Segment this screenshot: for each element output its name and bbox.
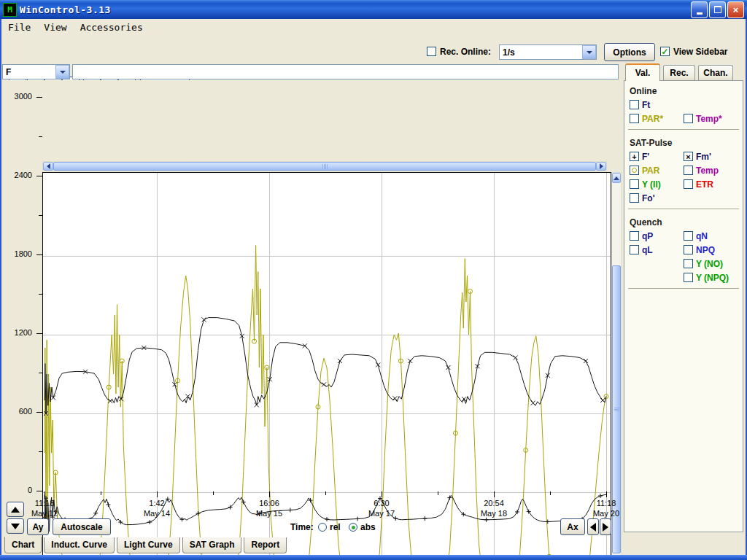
- window-border-left: [0, 19, 1, 555]
- x-scroll-right-button[interactable]: [600, 518, 611, 535]
- y-scroll-up-button[interactable]: [7, 502, 24, 517]
- interval-value: 1/s: [500, 47, 582, 58]
- chart-area: 06001200180024003000 11:18May 121:42May …: [0, 80, 624, 537]
- autoscale-button-label: Autoscale: [61, 522, 102, 532]
- temp-checkbox[interactable]: [684, 114, 693, 123]
- interval-combobox[interactable]: 1/s: [499, 44, 597, 60]
- tab-report[interactable]: Report: [244, 537, 287, 553]
- tab-light-curve[interactable]: Light Curve: [117, 537, 180, 553]
- window-title: WinControl-3.13: [20, 4, 111, 15]
- par-checkbox[interactable]: [630, 166, 639, 175]
- etr-checkbox[interactable]: [684, 179, 693, 189]
- time-abs-radio[interactable]: [349, 523, 357, 532]
- fo-checkbox[interactable]: [630, 193, 639, 203]
- x-tick-time-label: 11:18: [584, 499, 628, 508]
- yii-checkbox[interactable]: [630, 179, 639, 189]
- x-tick-date-label: May 15: [247, 509, 291, 518]
- up-arrow-icon: [11, 507, 20, 513]
- npq-checkbox[interactable]: [684, 245, 693, 254]
- npq-label: NPQ: [696, 245, 715, 255]
- menu-file[interactable]: File: [1, 20, 37, 34]
- y-tick-label: 3000: [0, 92, 32, 101]
- y-axis: 06001200180024003000: [0, 92, 42, 491]
- checkmark-icon: ✓: [661, 48, 668, 55]
- restore-icon: [714, 6, 721, 13]
- yno-label: Y (NO): [696, 259, 723, 269]
- interval-dropdown-arrow-icon[interactable]: [582, 45, 596, 59]
- par-label: PAR: [642, 166, 659, 176]
- hscroll-thumb[interactable]: [53, 162, 596, 171]
- close-button[interactable]: ×: [727, 1, 744, 18]
- app-icon: M: [3, 3, 17, 17]
- yii-label: Y (II): [642, 179, 661, 190]
- restore-button[interactable]: [709, 1, 726, 18]
- menubar: FileViewAccessories: [1, 19, 746, 36]
- f-label: F': [642, 152, 649, 162]
- tab-sat-graph[interactable]: SAT Graph: [182, 537, 242, 553]
- ql-label: qL: [642, 245, 653, 255]
- record-title-field[interactable]: [72, 64, 619, 79]
- x-axis: 11:18May 121:42May 1416:06May 156:30May …: [42, 491, 619, 526]
- ql-checkbox[interactable]: [630, 245, 639, 254]
- channel-dropdown-arrow-icon[interactable]: [55, 65, 69, 79]
- par-checkbox[interactable]: [630, 114, 639, 123]
- scroll-right-icon: [600, 163, 603, 169]
- sidebar-panel: OnlineFtPAR*Temp*SAT-Pulse+F'×Fm'PARTemp…: [624, 80, 743, 532]
- tab-chart[interactable]: Chart: [4, 537, 42, 553]
- chart-hscrollbar[interactable]: [42, 161, 607, 171]
- qn-label: qN: [696, 231, 708, 241]
- taskbar-edge: [0, 555, 747, 560]
- f-checkbox[interactable]: +: [630, 152, 639, 161]
- sidebar-tab-val[interactable]: Val.: [625, 63, 660, 81]
- hscroll-right-button[interactable]: [596, 162, 606, 171]
- time-abs-label: abs: [360, 522, 376, 532]
- down-arrow-icon: [11, 524, 20, 529]
- scroll-up-icon: [614, 176, 619, 180]
- ynpq-checkbox[interactable]: [684, 273, 693, 282]
- tab-induct-curve[interactable]: Induct. Curve: [44, 537, 115, 553]
- x-tick-date-label: May 12: [23, 509, 66, 518]
- temp-checkbox[interactable]: [684, 166, 693, 175]
- y-tick-label: 2400: [0, 171, 32, 179]
- ay-button[interactable]: Ay: [27, 518, 49, 535]
- sidebar-tab-rec[interactable]: Rec.: [663, 65, 695, 80]
- time-rel-radio[interactable]: [318, 523, 327, 532]
- ax-button[interactable]: Ax: [560, 518, 585, 535]
- fm-checkbox[interactable]: ×: [684, 152, 693, 161]
- vscroll-up-button[interactable]: [612, 173, 621, 183]
- close-icon: ×: [733, 4, 739, 15]
- autoscale-button[interactable]: Autoscale: [53, 518, 111, 535]
- options-button[interactable]: Options: [604, 43, 655, 61]
- time-rel-label: rel: [330, 522, 341, 532]
- rec-online-checkbox[interactable]: [427, 47, 436, 56]
- app-window: M WinControl-3.13 × FileViewAccessories: [0, 0, 747, 560]
- menu-accessories[interactable]: Accessories: [74, 20, 150, 34]
- x-tick-date-label: May 14: [135, 509, 179, 518]
- x-tick-time-label: 6:30: [360, 499, 403, 508]
- minimize-button[interactable]: [691, 1, 708, 18]
- menu-view[interactable]: View: [37, 20, 73, 34]
- qn-checkbox[interactable]: [684, 231, 693, 241]
- x-tick-time-label: 20:54: [472, 499, 516, 508]
- channel-combobox[interactable]: F: [2, 64, 70, 79]
- right-arrow-icon: [603, 523, 608, 532]
- par-label: PAR*: [642, 114, 663, 124]
- sidebar-tab-chan[interactable]: Chan.: [698, 65, 733, 80]
- x-scroll-left-button[interactable]: [587, 518, 599, 535]
- view-sidebar-checkbox[interactable]: ✓: [660, 47, 670, 56]
- section-title-satpulse: SAT-Pulse: [630, 138, 743, 148]
- circle-marker-icon: [632, 168, 637, 173]
- y-tick-label: 0: [0, 486, 32, 494]
- ax-button-label: Ax: [567, 522, 578, 532]
- x-tick-date-label: May 20: [584, 509, 628, 518]
- left-arrow-icon: [590, 523, 596, 532]
- channel-value: F: [3, 67, 55, 77]
- temp-label: Temp*: [696, 114, 722, 124]
- ft-checkbox[interactable]: [630, 100, 639, 109]
- qp-checkbox[interactable]: [630, 231, 639, 241]
- hscroll-left-button[interactable]: [43, 162, 53, 171]
- yno-checkbox[interactable]: [684, 259, 693, 268]
- y-scroll-down-button[interactable]: [7, 518, 24, 534]
- minimize-icon: [697, 12, 703, 15]
- scroll-left-icon: [47, 163, 50, 169]
